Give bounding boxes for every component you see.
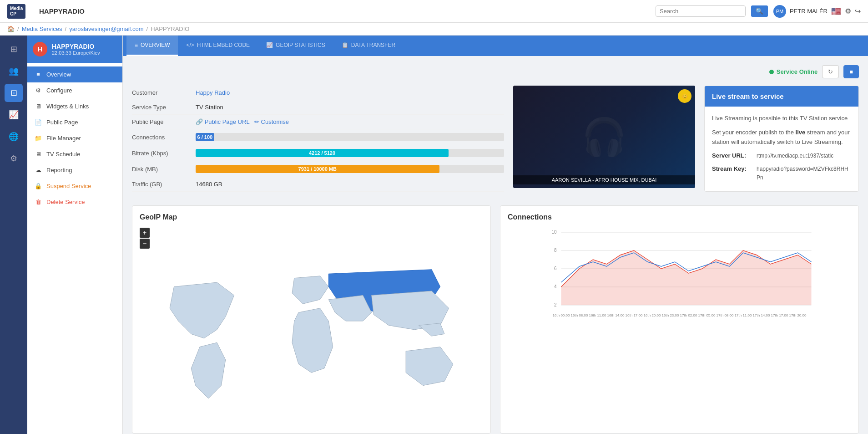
configure-icon: ⚙ xyxy=(35,87,42,94)
connections-chart-svg: 10 8 6 4 2 16th 05:00 xyxy=(508,228,851,319)
public-page-row: Public Page 🔗 Public Page URL ✏ Customis… xyxy=(132,115,504,129)
sidebar-item-public-page[interactable]: 📄 Public Page xyxy=(27,114,122,130)
sidebar-item-reporting[interactable]: ☁ Reporting xyxy=(27,162,122,178)
connections-bar-bg: 6 / 100 xyxy=(196,133,504,141)
svg-text:17th 14:00: 17th 14:00 xyxy=(753,313,770,317)
tab-datatransfer[interactable]: 📋 DATA TRANSFER xyxy=(333,36,404,56)
home-icon[interactable]: 🏠 xyxy=(7,26,15,32)
world-map-svg xyxy=(140,252,483,424)
server-url-label: Server URL: xyxy=(712,151,753,161)
svg-text:16th 14:00: 16th 14:00 xyxy=(607,313,625,317)
video-inner: 🎧 😊 AARON SEVILLA - AFRO HOUSE MIX, DUBA… xyxy=(513,86,695,188)
nav-services[interactable]: ⊡ xyxy=(5,84,23,102)
icon-sidebar: ⊞ 👥 ⊡ 📈 🌐 ⚙ xyxy=(0,36,27,434)
tab-geoip-icon: 📈 xyxy=(266,42,273,48)
flag-icon: 🇺🇸 xyxy=(831,6,841,16)
sidebar-item-delete[interactable]: 🗑 Delete Service xyxy=(27,194,122,210)
customise-link[interactable]: ✏ Customise xyxy=(254,118,289,125)
sidebar-item-tv-schedule[interactable]: 🖥 TV Schedule xyxy=(27,146,122,162)
breadcrumb-user[interactable]: yaroslavesinger@gmail.com xyxy=(69,26,143,32)
svg-text:10: 10 xyxy=(551,230,557,235)
live-stream-header: Live stream to service xyxy=(705,86,858,107)
tab-embed-label: HTML EMBED CODE xyxy=(197,42,250,48)
service-type-label: Service Type xyxy=(132,104,196,111)
tab-embed[interactable]: </> HTML EMBED CODE xyxy=(178,36,258,56)
nav-settings[interactable]: ⚙ xyxy=(5,149,23,168)
nav-analytics[interactable]: 📈 xyxy=(5,106,23,124)
breadcrumb-media-services[interactable]: Media Services xyxy=(22,26,62,32)
map-zoom-in[interactable]: + xyxy=(140,228,150,238)
sidebar-item-widgets[interactable]: 🖥 Widgets & Links xyxy=(27,98,122,114)
customer-link[interactable]: Happy Radio xyxy=(196,89,230,96)
svg-text:16th 08:00: 16th 08:00 xyxy=(571,313,588,317)
tab-embed-icon: </> xyxy=(186,42,194,48)
sidebar-label-overview: Overview xyxy=(46,71,71,78)
nav-dashboard[interactable]: ⊞ xyxy=(5,40,23,58)
chart-wrap: 10 8 6 4 2 16th 05:00 xyxy=(508,228,851,319)
reporting-icon: ☁ xyxy=(35,167,42,174)
disk-label: Disk (MB) xyxy=(132,166,196,173)
top-bar-right: 🔍 PM PETR MALÉR 🇺🇸 ⚙ ↪ xyxy=(656,5,861,18)
user-area: PM PETR MALÉR 🇺🇸 ⚙ ↪ xyxy=(773,5,861,18)
content-inner: Service Online ↻ ■ Customer Happy Radio xyxy=(123,56,868,434)
connections-label: Connections xyxy=(132,134,196,141)
public-page-label: Public Page xyxy=(132,118,196,125)
svg-text:17th 08:00: 17th 08:00 xyxy=(717,313,734,317)
stream-key-row: Stream Key: happyradio?password=MZVFkc8R… xyxy=(712,164,851,182)
service-sidebar: H HAPPYRADIO 22:03:33 Europe/Kiev ≡ Over… xyxy=(27,36,123,434)
server-url-value: rtmp://tv.mediacp.eu:1937/static xyxy=(757,152,833,160)
top-bar: MediaCP HAPPYRADIO 🔍 PM PETR MALÉR 🇺🇸 ⚙ … xyxy=(0,0,868,23)
map-title: GeoIP Map xyxy=(140,213,483,221)
svg-text:4: 4 xyxy=(554,284,557,289)
content-area: ≡ OVERVIEW </> HTML EMBED CODE 📈 GEOIP S… xyxy=(123,36,868,434)
tab-datatransfer-label: DATA TRANSFER xyxy=(351,42,395,48)
svg-text:17th 11:00: 17th 11:00 xyxy=(735,313,752,317)
file-manager-icon: 📁 xyxy=(35,135,42,142)
connections-text: 6 / 100 xyxy=(197,134,213,140)
sidebar-label-configure: Configure xyxy=(46,87,72,94)
breadcrumb-current: HAPPYRADIO xyxy=(151,26,189,32)
refresh-button[interactable]: ↻ xyxy=(822,65,839,78)
sidebar-item-file-manager[interactable]: 📁 File Manager xyxy=(27,130,122,146)
tab-overview-label: OVERVIEW xyxy=(141,42,170,48)
delete-icon: 🗑 xyxy=(35,199,42,205)
stream-key-value: happyradio?password=MZVFkc8RHHPn xyxy=(757,165,851,182)
tab-overview[interactable]: ≡ OVERVIEW xyxy=(126,36,178,56)
svg-text:16th 17:00: 16th 17:00 xyxy=(626,313,643,317)
dj-silhouette: 🎧 xyxy=(581,116,627,158)
live-stream-instructions: Set your encoder publish to the live str… xyxy=(712,128,851,147)
service-title: HAPPYRADIO xyxy=(52,43,100,50)
sidebar-item-overview[interactable]: ≡ Overview xyxy=(27,66,122,82)
customer-row: Customer Happy Radio xyxy=(132,86,504,100)
main-layout: ⊞ 👥 ⊡ 📈 🌐 ⚙ H HAPPYRADIO 22:03:33 Europe… xyxy=(0,36,868,434)
search-button[interactable]: 🔍 xyxy=(751,5,768,17)
logout-button[interactable]: ↪ xyxy=(855,7,861,15)
sidebar-label-public-page: Public Page xyxy=(46,119,78,126)
app-logo: MediaCP xyxy=(7,4,35,19)
bitrate-text: 4212 / 5120 xyxy=(309,150,335,156)
sidebar-item-suspend[interactable]: 🔒 Suspend Service xyxy=(27,178,122,194)
video-thumbnail: 🎧 😊 AARON SEVILLA - AFRO HOUSE MIX, DUBA… xyxy=(513,86,695,188)
chart-title: Connections xyxy=(508,213,851,221)
search-box[interactable] xyxy=(656,5,746,17)
disk-progress: 7931 / 10000 MB xyxy=(196,165,504,173)
sidebar-label-widgets: Widgets & Links xyxy=(46,103,89,110)
status-label: Service Online xyxy=(777,68,818,75)
tab-geoip[interactable]: 📈 GEOIP STATISTICS xyxy=(258,36,333,56)
nav-users[interactable]: 👥 xyxy=(5,62,23,80)
map-zoom-out[interactable]: − xyxy=(140,239,150,249)
svg-text:16th 11:00: 16th 11:00 xyxy=(589,313,606,317)
live-stream-description: Live Streaming is possible to this TV St… xyxy=(712,114,851,123)
search-input[interactable] xyxy=(660,8,742,15)
tab-datatransfer-icon: 📋 xyxy=(342,42,348,48)
nav-globe[interactable]: 🌐 xyxy=(5,128,23,146)
public-page-url-link[interactable]: 🔗 Public Page URL xyxy=(196,118,249,125)
service-type-value: TV Station xyxy=(196,104,504,111)
bitrate-value: 4212 / 5120 xyxy=(196,149,504,157)
stop-button[interactable]: ■ xyxy=(843,65,859,78)
svg-text:6: 6 xyxy=(554,266,557,271)
settings-button[interactable]: ⚙ xyxy=(845,7,851,15)
bitrate-bar-bg: 4212 / 5120 xyxy=(196,149,504,157)
svg-text:8: 8 xyxy=(554,248,557,253)
sidebar-item-configure[interactable]: ⚙ Configure xyxy=(27,82,122,98)
